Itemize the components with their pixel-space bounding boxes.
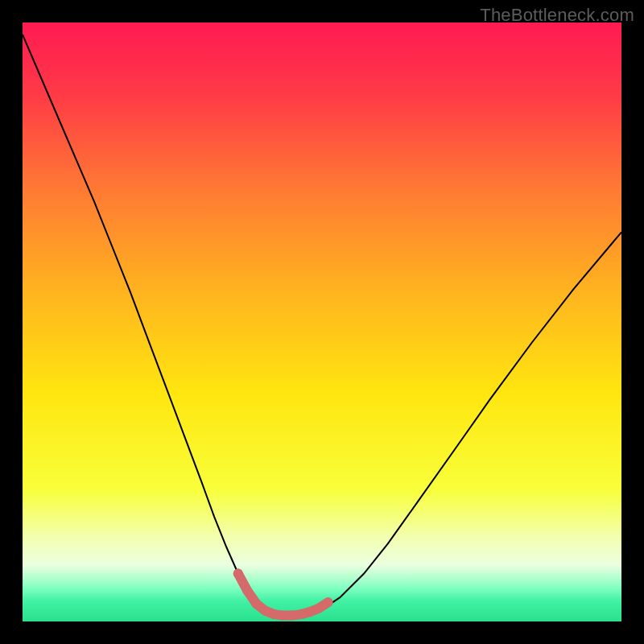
- marker-dot: [233, 569, 243, 579]
- bottleneck-curve: [23, 35, 621, 616]
- marker-dot: [287, 611, 297, 621]
- marker-dot: [251, 599, 261, 609]
- plot-area: [23, 23, 621, 621]
- marker-band: [233, 569, 333, 621]
- marker-dot: [323, 597, 332, 607]
- marker-dot: [242, 585, 252, 595]
- marker-dot: [260, 606, 270, 616]
- watermark-text: TheBottleneck.com: [480, 5, 634, 26]
- marker-dot: [270, 609, 279, 619]
- marker-dot: [305, 607, 315, 617]
- chart-frame: TheBottleneck.com: [0, 0, 644, 644]
- curve-layer: [23, 23, 621, 621]
- marker-dot: [279, 611, 288, 621]
- marker-dot: [296, 609, 306, 619]
- marker-dot: [314, 604, 324, 613]
